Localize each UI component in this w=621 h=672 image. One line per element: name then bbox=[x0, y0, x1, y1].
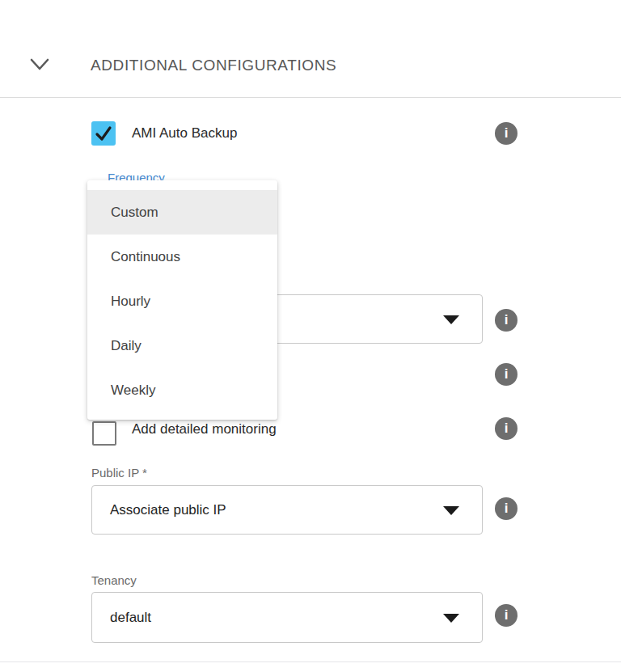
section-divider bbox=[0, 97, 621, 98]
caret-down-icon bbox=[443, 614, 459, 623]
info-icon-public-ip[interactable]: i bbox=[495, 497, 518, 520]
info-icon-frequency[interactable]: i bbox=[495, 309, 518, 332]
additional-configurations-panel: ADDITIONAL CONFIGURATIONS AMI Auto Backu… bbox=[0, 0, 621, 672]
dropdown-option-daily[interactable]: Daily bbox=[87, 323, 277, 368]
tenancy-select-value: default bbox=[110, 610, 151, 626]
tenancy-select[interactable]: default bbox=[91, 592, 483, 643]
info-glyph: i bbox=[505, 607, 509, 623]
info-glyph: i bbox=[505, 125, 509, 142]
info-glyph: i bbox=[505, 312, 509, 328]
info-glyph: i bbox=[505, 366, 509, 382]
info-icon-tenancy[interactable]: i bbox=[495, 604, 518, 627]
info-glyph: i bbox=[505, 501, 509, 517]
dropdown-option-hourly[interactable]: Hourly bbox=[87, 279, 277, 323]
tenancy-label: Tenancy bbox=[91, 573, 137, 587]
ami-auto-backup-checkbox[interactable] bbox=[91, 121, 116, 146]
caret-down-icon bbox=[443, 506, 459, 515]
info-icon-monitoring[interactable]: i bbox=[495, 417, 518, 440]
checkmark-icon bbox=[91, 121, 116, 146]
detailed-monitoring-checkbox[interactable] bbox=[92, 421, 116, 446]
bottom-divider bbox=[0, 661, 621, 662]
public-ip-select-value: Associate public IP bbox=[110, 502, 226, 518]
dropdown-option-weekly[interactable]: Weekly bbox=[87, 368, 277, 412]
dropdown-option-continuous[interactable]: Continuous bbox=[87, 235, 277, 279]
section-title: ADDITIONAL CONFIGURATIONS bbox=[91, 57, 336, 74]
info-icon-ami-backup[interactable]: i bbox=[495, 122, 518, 145]
chevron-down-icon[interactable] bbox=[29, 57, 50, 73]
info-glyph: i bbox=[505, 421, 509, 437]
public-ip-select[interactable]: Associate public IP bbox=[91, 485, 483, 535]
ami-auto-backup-label: AMI Auto Backup bbox=[132, 125, 237, 142]
public-ip-label: Public IP * bbox=[91, 466, 147, 480]
frequency-dropdown-menu: Custom Continuous Hourly Daily Weekly bbox=[87, 180, 277, 420]
detailed-monitoring-label: Add detailed monitoring bbox=[132, 421, 277, 437]
info-icon-hidden-row[interactable]: i bbox=[495, 363, 518, 386]
dropdown-option-custom[interactable]: Custom bbox=[87, 190, 277, 235]
caret-down-icon bbox=[443, 315, 459, 324]
